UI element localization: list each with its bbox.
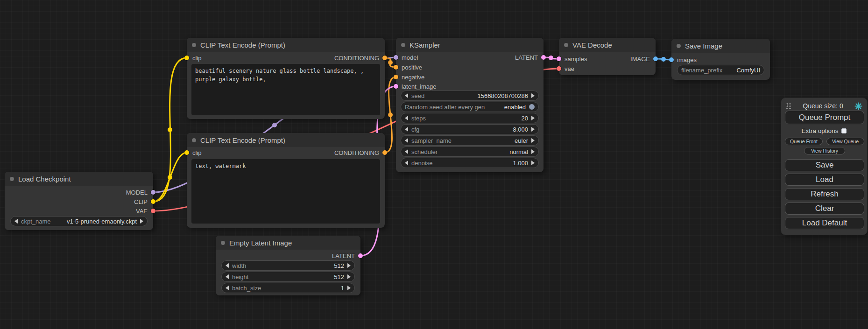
- widget-ckpt-name[interactable]: ckpt_name v1-5-pruned-emaonly.ckpt: [10, 216, 148, 226]
- widget-steps[interactable]: steps 20: [401, 113, 539, 123]
- wire-midpoint-dot: [388, 60, 393, 65]
- prev-arrow-icon[interactable]: [405, 161, 408, 165]
- node-title-bar[interactable]: Load Checkpoint: [5, 172, 153, 186]
- node-clip-text-encode-positive[interactable]: CLIP Text Encode (Prompt) clip CONDITION…: [187, 38, 385, 119]
- node-title-bar[interactable]: Empty Latent Image: [216, 236, 360, 250]
- widget-filename-prefix[interactable]: filename_prefix ComfyUI: [677, 65, 764, 75]
- widget-width[interactable]: width 512: [221, 260, 355, 271]
- prev-arrow-icon[interactable]: [405, 116, 408, 120]
- clip-port-dot[interactable]: [184, 150, 189, 155]
- view-queue-button[interactable]: View Queue: [826, 138, 864, 145]
- latent-port-dot[interactable]: [557, 56, 561, 61]
- conditioning-port-dot[interactable]: [394, 75, 398, 79]
- node-vae-decode[interactable]: VAE Decode samples vae IMAGE: [559, 38, 656, 75]
- next-arrow-icon[interactable]: [531, 149, 535, 154]
- node-clip-text-encode-negative[interactable]: CLIP Text Encode (Prompt) clip CONDITION…: [187, 133, 385, 228]
- port-label: images: [677, 56, 697, 63]
- conditioning-port-dot[interactable]: [382, 150, 387, 155]
- widget-cfg[interactable]: cfg 8.000: [401, 124, 539, 134]
- port-label: latent_image: [402, 83, 436, 90]
- vae-port-dot[interactable]: [557, 66, 561, 71]
- next-arrow-icon[interactable]: [347, 274, 351, 279]
- widget-value: 20: [522, 115, 528, 122]
- latent-port-dot[interactable]: [541, 55, 546, 60]
- queue-prompt-button[interactable]: Queue Prompt: [785, 111, 864, 124]
- clip-port-dot[interactable]: [151, 199, 155, 204]
- wire-clip-to-negative[interactable]: [154, 153, 187, 202]
- next-arrow-icon[interactable]: [531, 116, 535, 120]
- wire-clip-to-positive[interactable]: [154, 58, 187, 202]
- save-button[interactable]: Save: [785, 159, 864, 171]
- node-title-bar[interactable]: VAE Decode: [559, 38, 656, 52]
- model-port-dot[interactable]: [151, 190, 155, 195]
- prev-arrow-icon[interactable]: [226, 263, 229, 268]
- node-empty-latent-image[interactable]: Empty Latent Image LATENT width 512 heig…: [216, 236, 360, 295]
- widget-label: scheduler: [411, 148, 438, 155]
- wire-midpoint-dot: [549, 56, 553, 60]
- collapse-dot[interactable]: [677, 44, 681, 48]
- conditioning-port-dot[interactable]: [394, 65, 398, 70]
- prev-arrow-icon[interactable]: [405, 149, 408, 154]
- node-title-bar[interactable]: KSampler: [396, 38, 543, 52]
- collapse-dot[interactable]: [221, 241, 225, 245]
- drag-handle-icon[interactable]: [786, 103, 791, 110]
- port-label: clip: [192, 55, 202, 62]
- collapse-dot[interactable]: [564, 43, 568, 47]
- output-port-clip: CLIP: [134, 198, 155, 205]
- load-button[interactable]: Load: [785, 174, 864, 186]
- image-port-dot[interactable]: [669, 57, 674, 62]
- latent-port-dot[interactable]: [358, 253, 363, 258]
- latent-port-dot[interactable]: [394, 84, 398, 89]
- widget-random-seed-toggle[interactable]: Random seed after every gen enabled: [401, 102, 539, 112]
- prev-arrow-icon[interactable]: [226, 274, 229, 279]
- input-port-positive: positive: [394, 63, 422, 71]
- view-history-button[interactable]: View History: [804, 147, 845, 154]
- node-ksampler[interactable]: KSampler model positive negative latent_…: [396, 38, 543, 172]
- next-arrow-icon[interactable]: [531, 161, 535, 165]
- widget-seed[interactable]: seed 156680208700286: [401, 91, 539, 101]
- collapse-dot[interactable]: [192, 138, 196, 142]
- conditioning-port-dot[interactable]: [382, 56, 387, 60]
- widget-batch-size[interactable]: batch_size 1: [221, 283, 355, 293]
- prev-arrow-icon[interactable]: [226, 286, 229, 290]
- port-label: VAE: [136, 208, 148, 215]
- toggle-dot[interactable]: [529, 104, 535, 110]
- vae-port-dot[interactable]: [151, 209, 155, 213]
- image-port-dot[interactable]: [653, 56, 658, 61]
- negative-prompt-textarea[interactable]: text, watermark: [191, 159, 380, 224]
- node-title: VAE Decode: [572, 41, 612, 49]
- extra-options-checkbox[interactable]: [841, 128, 847, 133]
- clear-button[interactable]: Clear: [785, 203, 864, 215]
- node-title-bar[interactable]: CLIP Text Encode (Prompt): [187, 133, 385, 147]
- collapse-dot[interactable]: [401, 43, 405, 47]
- model-port-dot[interactable]: [394, 55, 398, 60]
- clip-port-dot[interactable]: [184, 56, 189, 60]
- widget-sampler-name[interactable]: sampler_name euler: [401, 135, 539, 146]
- settings-gear-icon[interactable]: [854, 102, 862, 110]
- collapse-dot[interactable]: [10, 177, 14, 181]
- next-arrow-icon[interactable]: [140, 219, 143, 224]
- next-arrow-icon[interactable]: [531, 138, 535, 143]
- widget-scheduler[interactable]: scheduler normal: [401, 147, 539, 157]
- collapse-dot[interactable]: [192, 43, 196, 47]
- prev-arrow-icon[interactable]: [14, 219, 18, 224]
- prev-arrow-icon[interactable]: [405, 93, 408, 98]
- next-arrow-icon[interactable]: [531, 127, 535, 132]
- widget-value: ComfyUI: [736, 67, 760, 74]
- next-arrow-icon[interactable]: [347, 263, 351, 268]
- node-save-image[interactable]: Save Image images filename_prefix ComfyU…: [671, 39, 770, 80]
- widget-height[interactable]: height 512: [221, 272, 355, 282]
- node-load-checkpoint[interactable]: Load Checkpoint MODEL CLIP VAE ckpt_name…: [5, 172, 153, 230]
- refresh-button[interactable]: Refresh: [785, 188, 864, 200]
- next-arrow-icon[interactable]: [531, 93, 535, 98]
- queue-front-button[interactable]: Queue Front: [785, 138, 823, 145]
- next-arrow-icon[interactable]: [347, 286, 351, 290]
- load-default-button[interactable]: Load Default: [785, 217, 864, 229]
- prev-arrow-icon[interactable]: [405, 127, 408, 132]
- widget-denoise[interactable]: denoise 1.000: [401, 158, 539, 168]
- positive-prompt-textarea[interactable]: beautiful scenery nature glass bottle la…: [191, 64, 380, 115]
- node-title: Empty Latent Image: [229, 239, 292, 247]
- prev-arrow-icon[interactable]: [405, 138, 408, 143]
- node-title-bar[interactable]: Save Image: [671, 39, 770, 53]
- node-title-bar[interactable]: CLIP Text Encode (Prompt): [187, 38, 385, 52]
